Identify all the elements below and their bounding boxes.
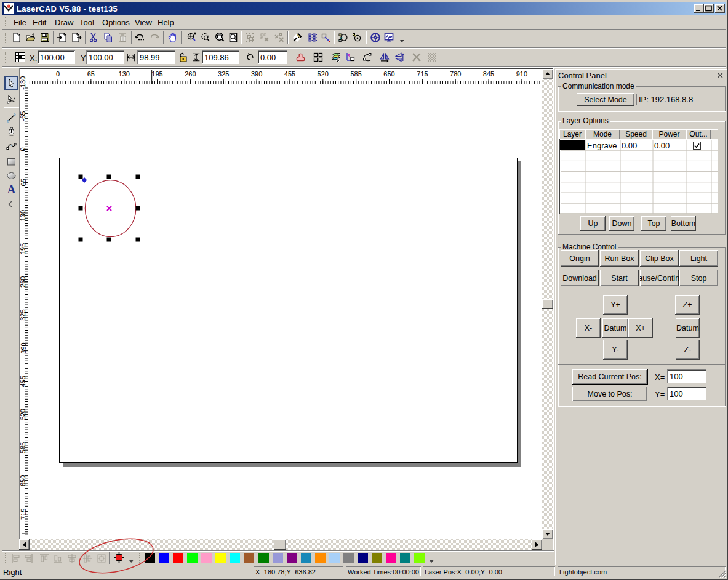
- svg-text:195: 195: [151, 70, 162, 78]
- svg-text:390: 390: [251, 70, 262, 78]
- svg-text:715: 715: [417, 70, 428, 78]
- svg-text:585: 585: [20, 442, 27, 453]
- svg-text:130: 130: [20, 210, 27, 221]
- svg-text:260: 260: [20, 276, 27, 288]
- svg-text:390: 390: [20, 342, 27, 353]
- svg-text:455: 455: [284, 70, 295, 78]
- svg-text:520: 520: [20, 409, 27, 420]
- svg-text:65: 65: [20, 179, 27, 186]
- svg-text:0: 0: [56, 70, 60, 78]
- svg-text:650: 650: [383, 70, 394, 78]
- svg-text:65: 65: [87, 70, 95, 78]
- svg-text:650: 650: [20, 475, 27, 486]
- svg-text:455: 455: [20, 376, 27, 387]
- svg-text:845: 845: [483, 70, 494, 78]
- svg-text:715: 715: [20, 509, 27, 520]
- svg-text:520: 520: [318, 70, 329, 78]
- svg-text:A: A: [7, 183, 15, 196]
- svg-text:-65: -65: [20, 111, 27, 121]
- svg-text:195: 195: [20, 243, 27, 254]
- svg-text:260: 260: [185, 70, 196, 78]
- svg-text:325: 325: [20, 309, 27, 320]
- svg-text:910: 910: [516, 70, 527, 78]
- svg-text:780: 780: [450, 70, 461, 78]
- svg-text:0: 0: [20, 147, 27, 151]
- svg-text:325: 325: [218, 70, 229, 78]
- svg-text:585: 585: [350, 70, 361, 78]
- svg-text:130: 130: [119, 70, 130, 78]
- svg-text:-130: -130: [20, 76, 27, 90]
